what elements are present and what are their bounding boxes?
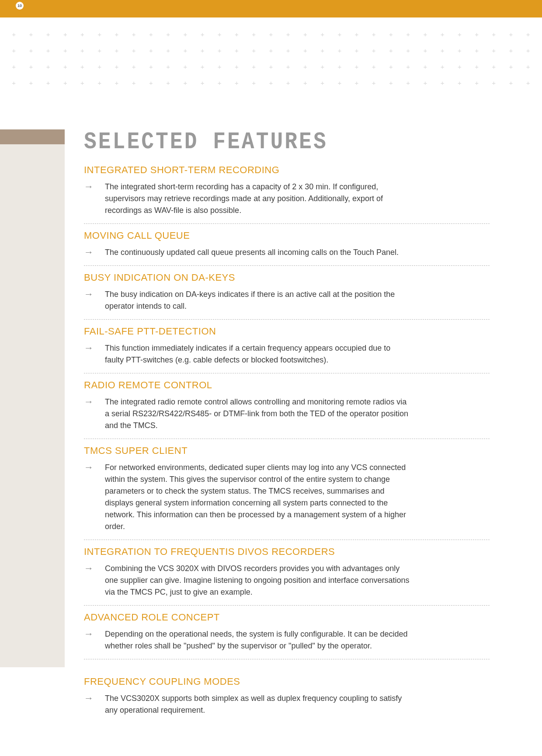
plus-icon: + <box>297 31 314 38</box>
plus-icon: + <box>125 79 142 87</box>
plus-icon: + <box>22 79 39 87</box>
plus-icon: + <box>5 31 22 38</box>
section-bullet: →The integrated radio remote control all… <box>84 396 490 432</box>
feature-section: RADIO REMOTE CONTROL→The integrated radi… <box>84 380 490 439</box>
feature-section: MOVING CALL QUEUE→The continuously updat… <box>84 230 490 266</box>
section-bullet: →Combining the VCS 3020X with DIVOS reco… <box>84 563 490 598</box>
plus-icon: + <box>211 63 228 70</box>
section-body: For networked environments, dedicated su… <box>105 462 411 533</box>
plus-icon: + <box>485 79 502 87</box>
plus-icon: + <box>314 79 331 87</box>
plus-icon: + <box>228 31 245 38</box>
left-margin-accent <box>0 129 65 144</box>
plus-icon: + <box>262 31 279 38</box>
plus-icon: + <box>348 47 365 54</box>
plus-row: +++++++++++++++++++++++++++++++ <box>5 79 537 87</box>
plus-icon: + <box>485 47 502 54</box>
plus-icon: + <box>5 79 22 87</box>
plus-icon: + <box>382 31 400 38</box>
plus-icon: + <box>22 63 39 70</box>
plus-icon: + <box>142 47 160 54</box>
plus-icon: + <box>39 31 56 38</box>
arrow-right-icon: → <box>84 693 96 704</box>
plus-icon: + <box>142 63 160 70</box>
plus-icon: + <box>142 31 160 38</box>
plus-icon: + <box>74 79 91 87</box>
plus-icon: + <box>382 47 400 54</box>
plus-icon: + <box>348 79 365 87</box>
plus-icon: + <box>434 63 451 70</box>
plus-icon: + <box>451 31 468 38</box>
page-title: SELECTED FEATURES <box>84 129 490 155</box>
plus-icon: + <box>160 47 177 54</box>
section-heading: MOVING CALL QUEUE <box>84 230 490 241</box>
plus-icon: + <box>348 31 365 38</box>
plus-icon: + <box>228 63 245 70</box>
plus-icon: + <box>160 31 177 38</box>
plus-icon: + <box>5 47 22 54</box>
section-heading: FREQUENCY COUPLING MODES <box>84 676 490 687</box>
feature-section: INTEGRATION TO FREQUENTIS DIVOS RECORDER… <box>84 546 490 606</box>
plus-icon: + <box>22 47 39 54</box>
section-bullet: →Depending on the operational needs, the… <box>84 628 490 652</box>
plus-icon: + <box>331 31 348 38</box>
arrow-right-icon: → <box>84 462 96 473</box>
plus-icon: + <box>177 79 194 87</box>
plus-icon: + <box>468 79 485 87</box>
header-bar: 10 <box>0 0 542 17</box>
plus-icon: + <box>400 63 417 70</box>
plus-icon: + <box>331 79 348 87</box>
plus-icon: + <box>314 47 331 54</box>
section-bullet: →The integrated short-term recording has… <box>84 181 490 216</box>
plus-icon: + <box>245 31 262 38</box>
section-heading: FAIL-SAFE PTT-DETECTION <box>84 326 490 337</box>
plus-icon: + <box>177 47 194 54</box>
plus-icon: + <box>39 63 56 70</box>
plus-icon: + <box>57 79 74 87</box>
section-body: The integrated short-term recording has … <box>105 181 411 216</box>
section-body: The continuously updated call queue pres… <box>105 247 399 258</box>
section-bullet: →For networked environments, dedicated s… <box>84 462 490 533</box>
section-heading: RADIO REMOTE CONTROL <box>84 380 490 391</box>
plus-icon: + <box>280 63 297 70</box>
plus-icon: + <box>417 47 434 54</box>
plus-icon: + <box>74 63 91 70</box>
arrow-right-icon: → <box>84 247 96 258</box>
section-bullet: →The VCS3020X supports both simplex as w… <box>84 693 490 716</box>
plus-icon: + <box>348 63 365 70</box>
plus-icon: + <box>434 79 451 87</box>
plus-icon: + <box>434 31 451 38</box>
feature-section: TMCS SUPER CLIENT→For networked environm… <box>84 445 490 540</box>
left-margin-strip <box>0 129 65 667</box>
feature-section: FREQUENCY COUPLING MODES→The VCS3020X su… <box>84 676 490 723</box>
plus-icon: + <box>451 63 468 70</box>
plus-icon: + <box>39 47 56 54</box>
plus-icon: + <box>434 47 451 54</box>
plus-icon: + <box>108 63 125 70</box>
plus-icon: + <box>160 63 177 70</box>
plus-icon: + <box>468 63 485 70</box>
plus-icon: + <box>262 79 279 87</box>
plus-icon: + <box>91 79 108 87</box>
plus-icon: + <box>245 79 262 87</box>
section-gap <box>84 665 490 676</box>
plus-icon: + <box>280 31 297 38</box>
plus-icon: + <box>177 31 194 38</box>
plus-icon: + <box>400 31 417 38</box>
section-body: The integrated radio remote control allo… <box>105 396 411 432</box>
feature-section: BUSY INDICATION ON DA-KEYS→The busy indi… <box>84 272 490 320</box>
plus-icon: + <box>262 63 279 70</box>
section-heading: TMCS SUPER CLIENT <box>84 445 490 456</box>
section-bullet: →The busy indication on DA-keys indicate… <box>84 289 490 312</box>
section-heading: BUSY INDICATION ON DA-KEYS <box>84 272 490 283</box>
plus-icon: + <box>365 63 382 70</box>
plus-icon: + <box>228 47 245 54</box>
plus-icon: + <box>108 79 125 87</box>
plus-icon: + <box>417 63 434 70</box>
plus-icon: + <box>228 79 245 87</box>
section-heading: INTEGRATION TO FREQUENTIS DIVOS RECORDER… <box>84 546 490 557</box>
plus-row: +++++++++++++++++++++++++++++++ <box>5 47 537 54</box>
plus-icon: + <box>468 47 485 54</box>
plus-icon: + <box>108 47 125 54</box>
plus-icon: + <box>451 79 468 87</box>
